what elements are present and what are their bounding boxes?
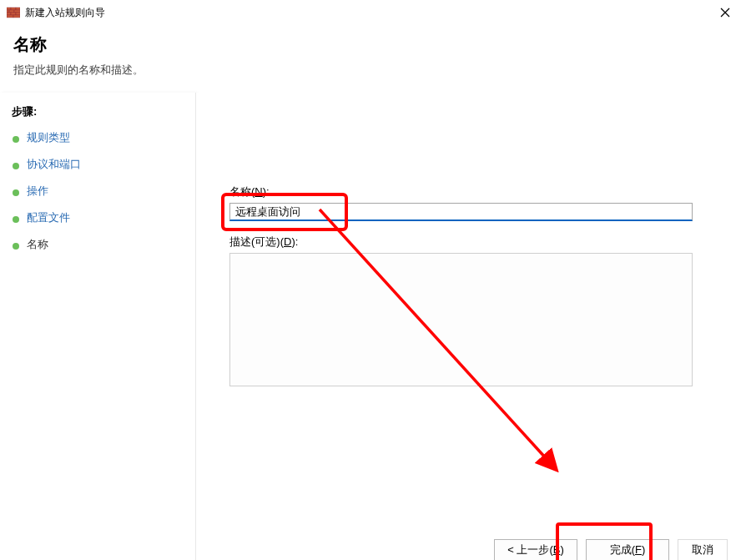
bullet-icon [12,187,20,195]
window-title: 新建入站规则向导 [25,6,105,20]
svg-point-16 [13,189,19,196]
steps-sidebar: 步骤: 规则类型 协议和端口 操作 配置文件 [0,93,196,560]
step-label: 配置文件 [27,210,70,225]
btn-suffix: ) [560,543,563,556]
svg-rect-2 [11,8,16,10]
step-label: 操作 [27,184,48,199]
close-icon [720,8,730,18]
svg-rect-9 [16,13,20,15]
svg-point-17 [13,216,19,223]
step-protocol-port[interactable]: 协议和端口 [0,151,195,178]
description-textarea[interactable] [229,253,693,386]
wizard-header: 名称 指定此规则的名称和描述。 [0,25,746,93]
back-button[interactable]: < 上一步(B) [494,539,577,560]
svg-point-14 [13,136,19,143]
step-label: 协议和端口 [27,157,81,172]
btn-key: F [635,543,642,556]
form-area: 名称(N): 描述(可选)(D): [229,184,713,389]
svg-rect-6 [14,10,20,13]
svg-rect-4 [7,10,9,13]
steps-heading: 步骤: [0,99,195,124]
svg-rect-1 [7,8,11,10]
finish-button[interactable]: 完成(F) [586,539,669,560]
bullet-icon [12,214,20,222]
btn-label: 取消 [692,543,713,556]
svg-point-15 [13,163,19,169]
step-profile[interactable]: 配置文件 [0,204,195,231]
btn-suffix: ) [642,543,645,556]
name-input-wrap [229,203,693,221]
close-button[interactable] [713,3,738,22]
btn-prefix: 完成( [610,543,635,556]
btn-prefix: < 上一步( [507,543,553,556]
step-name[interactable]: 名称 [0,231,195,258]
label-suffix: ): [263,185,270,198]
bullet-icon [12,240,20,249]
step-label: 规则类型 [27,130,70,145]
label-suffix: ): [291,235,298,248]
svg-rect-5 [9,10,14,13]
bullet-icon [12,134,20,142]
svg-rect-3 [16,8,20,10]
label-key: D [284,235,291,248]
cancel-button[interactable]: 取消 [678,539,728,560]
svg-rect-8 [11,13,16,15]
label-prefix: 名称( [229,185,255,198]
step-action[interactable]: 操作 [0,178,195,204]
bullet-icon [12,160,20,169]
content-area: 步骤: 规则类型 协议和端口 操作 配置文件 [0,93,746,560]
step-rule-type[interactable]: 规则类型 [0,124,195,151]
name-input[interactable] [229,203,693,221]
wizard-button-row: < 上一步(B) 完成(F) 取消 [494,539,728,560]
titlebar: 新建入站规则向导 [0,0,746,25]
main-panel: 名称(N): 描述(可选)(D): < 上一步(B) 完成(F) 取消 [196,93,746,560]
description-field-label: 描述(可选)(D): [229,235,713,250]
page-subtitle: 指定此规则的名称和描述。 [13,63,733,78]
name-field-label: 名称(N): [229,184,713,199]
page-title: 名称 [13,33,733,56]
firewall-icon [7,6,20,19]
step-label: 名称 [27,237,48,252]
svg-point-18 [13,243,19,250]
label-prefix: 描述(可选)( [229,235,284,248]
svg-rect-11 [13,15,20,18]
label-key: N [255,185,262,198]
svg-rect-7 [7,13,11,15]
svg-rect-10 [7,15,13,18]
